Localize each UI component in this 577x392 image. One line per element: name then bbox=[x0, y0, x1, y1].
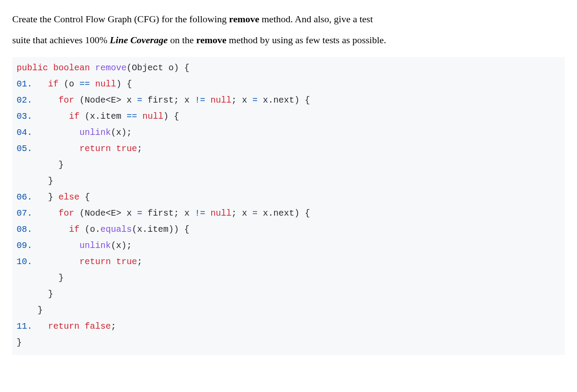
lineno-05: 05 bbox=[17, 144, 27, 154]
question-bold-remove-2: remove bbox=[196, 34, 227, 45]
code-block: public boolean remove(Object o) { 01. if… bbox=[12, 57, 565, 355]
question-part-1c: method. And also, give a test bbox=[259, 14, 373, 24]
code-brace-close-3: } bbox=[17, 273, 64, 283]
code-fn-remove: remove bbox=[95, 63, 127, 73]
question-line-1: Create the Control Flow Graph (CFG) for … bbox=[12, 9, 565, 30]
lineno-03: 03 bbox=[17, 111, 27, 121]
question-text: Create the Control Flow Graph (CFG) for … bbox=[12, 9, 565, 51]
lineno-01: 01 bbox=[17, 79, 27, 89]
code-brace-close-4: } bbox=[17, 289, 53, 299]
lineno-04: 04 bbox=[17, 127, 27, 138]
code-brace-close-2: } bbox=[17, 176, 53, 186]
question-part-2e: method by using as few tests as possible… bbox=[227, 34, 386, 45]
question-line-2: suite that achieves 100% Line Coverage o… bbox=[12, 30, 565, 51]
question-bolditalic-linecoverage: Line Coverage bbox=[110, 34, 168, 45]
lineno-06: 06 bbox=[17, 192, 27, 202]
code-sig-params: (Object o) { bbox=[127, 63, 189, 73]
lineno-10: 10 bbox=[17, 257, 27, 267]
code-brace-close-1: } bbox=[17, 160, 64, 170]
code-brace-close-6: } bbox=[17, 337, 22, 347]
lineno-11: 11 bbox=[17, 321, 27, 331]
code-kw-public: public bbox=[17, 63, 48, 73]
code-brace-close-5: } bbox=[17, 305, 43, 315]
page: Create the Control Flow Graph (CFG) for … bbox=[0, 0, 577, 367]
lineno-07: 07 bbox=[17, 208, 27, 218]
question-bold-remove-1: remove bbox=[229, 14, 259, 24]
question-part-2a: suite that achieves 100% bbox=[12, 34, 110, 45]
question-part-2c: on the bbox=[168, 34, 196, 45]
code-type-boolean: boolean bbox=[53, 63, 90, 73]
lineno-09: 09 bbox=[17, 241, 27, 251]
lineno-08: 08 bbox=[17, 224, 27, 234]
lineno-02: 02 bbox=[17, 95, 27, 105]
question-part-1a: Create the Control Flow Graph (CFG) for … bbox=[12, 14, 229, 24]
